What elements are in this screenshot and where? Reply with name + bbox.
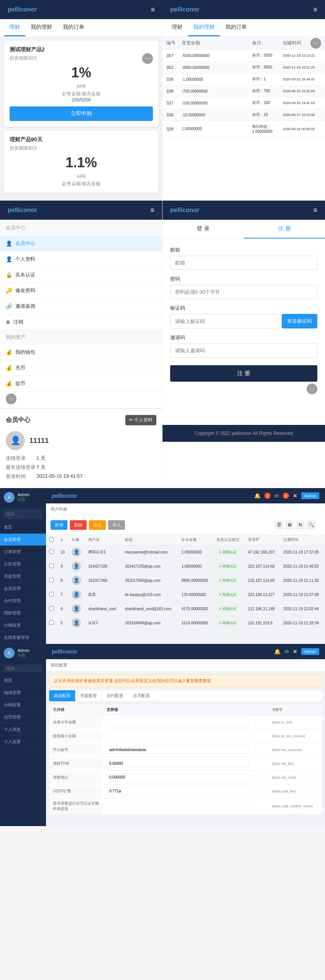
tab-register[interactable]: 注 册 (244, 220, 325, 238)
admin-menu-item[interactable]: 分销设置 (0, 619, 46, 632)
config-notif-icon[interactable]: 🔔 (274, 648, 281, 655)
member-menu-item[interactable]: 👤会员中心 (0, 236, 162, 252)
notification-icon[interactable]: 🔔 (254, 493, 261, 499)
menu-icon: 🔑 (6, 287, 12, 294)
config-value[interactable] (103, 743, 268, 756)
config-tab-deposit[interactable]: 充提配置 (76, 690, 102, 701)
export-btn[interactable]: 导出 (89, 520, 106, 530)
row-checkbox[interactable] (46, 588, 57, 602)
card1-apply-btn[interactable]: 立即申购 (10, 106, 153, 121)
right-hamburger[interactable]: ≡ (313, 6, 317, 14)
config-settings-icon[interactable]: ✖ (293, 648, 297, 655)
member-hamburger[interactable]: ≡ (150, 206, 154, 214)
config-menu-item[interactable]: 个人设置 (0, 736, 46, 748)
auth-more-btn[interactable]: ··· (307, 384, 317, 394)
admin-menu-item[interactable]: 合约管理 (0, 595, 46, 607)
member-menu-item[interactable]: ⊗注销 (0, 314, 162, 330)
row-checkbox[interactable] (46, 602, 57, 616)
row-balance: 170.00000000 (178, 588, 213, 602)
config-value[interactable] (103, 729, 268, 743)
register-btn[interactable]: 注 册 (170, 365, 317, 382)
config-value[interactable] (103, 715, 268, 729)
edit-profile-btn[interactable]: ✏ 个人资料 (125, 415, 156, 425)
config-menu-item[interactable]: 首页 (0, 675, 46, 687)
member-menu-item[interactable]: 🔑修改密码 (0, 283, 162, 299)
admin-menu-item[interactable]: 理财管理 (0, 607, 46, 619)
config-tab-contract[interactable]: 合约配置 (102, 690, 128, 701)
member-more-btn[interactable]: ··· (6, 394, 16, 404)
asset-menu-item[interactable]: 💰提币 (0, 376, 162, 392)
admin-user-badge[interactable]: Admin (301, 492, 319, 499)
columns-icon[interactable]: ⊞ (285, 520, 294, 529)
config-menu-item[interactable]: 个人消息 (0, 724, 46, 736)
settings-icon[interactable]: ✖ (293, 493, 297, 499)
invite-input[interactable] (170, 343, 317, 358)
finance-table: 357 -5000.00000000 存币：5000 2020-11-19 23… (162, 50, 325, 137)
row-note: 存币：10 (252, 112, 283, 118)
profile-title: 会员中心 (6, 416, 30, 424)
tab-my-orders[interactable]: 我的订单 (57, 19, 90, 36)
search-tool-icon[interactable]: 🔍 (307, 520, 316, 529)
admin-menu-item[interactable]: 会员管理 (0, 583, 46, 595)
email-input[interactable] (170, 256, 317, 270)
tab-finance[interactable]: 理财 (4, 19, 25, 36)
row-checkbox[interactable] (46, 559, 57, 573)
import-btn[interactable]: 导入 (108, 520, 125, 530)
menu-label: 邀请返佣 (15, 303, 35, 310)
auth-hamburger[interactable]: ≡ (313, 206, 317, 214)
table-more-btn[interactable]: ··· (310, 38, 321, 49)
config-value[interactable] (103, 800, 268, 813)
member-menu-item[interactable]: 👤个人资料 (0, 252, 162, 267)
member-menu-item[interactable]: 🔗邀请返佣 (0, 299, 162, 314)
send-code-btn[interactable]: 发送验证码 (282, 314, 317, 328)
row-email: maryaame@hotmail.com (122, 545, 179, 559)
config-menu-item[interactable]: 地域管理 (0, 687, 46, 699)
config-user-badge[interactable]: Admin (301, 648, 319, 655)
member-menu-item[interactable]: 🔒实名认证 (0, 267, 162, 283)
config-tab-fiat[interactable]: 法币配置 (128, 690, 155, 701)
config-key: 是否需要进行法币认证才能申请提现 (49, 798, 103, 814)
admin-menu-item[interactable]: 公告管理 (0, 558, 46, 570)
select-all-checkbox[interactable] (49, 537, 54, 542)
config-value[interactable] (103, 771, 268, 784)
admin-menu-item[interactable]: 在线客服管理 (0, 632, 46, 644)
add-btn[interactable]: 新增 (51, 520, 67, 530)
tab-my-finance[interactable]: 我的理财 (25, 19, 57, 36)
delete-btn[interactable]: 删除 (70, 520, 87, 530)
asset-label: 我的钱包 (15, 349, 35, 356)
admin-menu-item[interactable]: 会员管理 (0, 534, 46, 546)
admin-menu-item[interactable]: 订单管理 (0, 546, 46, 558)
admin-sidebar-header: A Admin 在线 (0, 488, 46, 506)
config-menu-item[interactable]: 法币管理 (0, 711, 46, 724)
finance-row: 352 -9950.00000000 存币：9950 2020-11-19 23… (162, 62, 325, 74)
rtab-my-finance[interactable]: 我的理财 (188, 19, 220, 36)
config-tab-basic[interactable]: 基础配置 (49, 690, 76, 701)
rtab-my-orders[interactable]: 我的订单 (220, 19, 252, 36)
row-checkbox[interactable] (46, 545, 57, 559)
copyright: Copyright © 2022 pelliconor All Rights R… (162, 425, 325, 442)
card1-more-btn[interactable]: ··· (142, 53, 153, 64)
config-value[interactable] (103, 784, 268, 798)
row-checkbox[interactable] (46, 616, 57, 630)
config-tabs: 基础配置 充提配置 合约配置 法币配置 (49, 690, 322, 701)
password-input[interactable] (170, 285, 317, 299)
tab-login[interactable]: 登 录 (162, 220, 244, 238)
filter-icon[interactable]: ☰ (274, 520, 284, 529)
invite-group: 邀请码 (170, 334, 317, 358)
message-icon[interactable]: ✉ (274, 493, 279, 499)
admin-menu-item[interactable]: 首页 (0, 521, 46, 534)
config-msg-icon[interactable]: ✉ (284, 648, 289, 655)
captcha-input[interactable] (170, 314, 279, 328)
admin-menu-item[interactable]: 充提管理 (0, 570, 46, 583)
config-value[interactable] (103, 757, 268, 770)
left-header: pelliconor ≡ (0, 0, 162, 19)
section1-finance: pelliconor ≡ 理财 我的理财 我的订单 测试理财产品2 ··· 投资… (0, 0, 325, 201)
config-menu-item[interactable]: 分销设置 (0, 699, 46, 711)
rtab-finance[interactable]: 理财 (166, 19, 188, 36)
row-kyc: ⊙ 初级认证 (213, 573, 245, 588)
refresh-icon[interactable]: ↻ (296, 520, 305, 529)
asset-menu-item[interactable]: 💰我的钱包 (0, 345, 162, 360)
row-checkbox[interactable] (46, 573, 57, 588)
left-hamburger[interactable]: ≡ (151, 6, 155, 14)
asset-menu-item[interactable]: 💰充币 (0, 360, 162, 376)
